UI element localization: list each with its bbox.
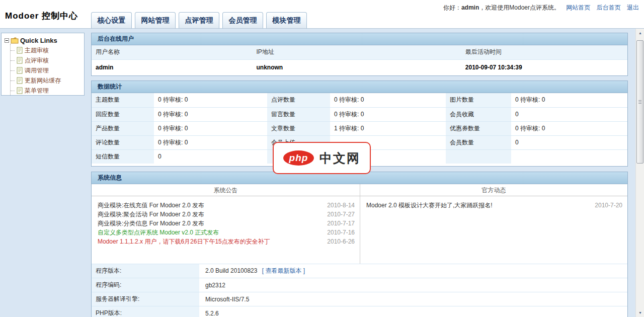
online-users-panel-title: 后台在线用户: [92, 33, 627, 45]
detail-label: 程序版本:: [92, 264, 199, 278]
system-info-panel: 系统信息 系统公告 商业模块:在线充值 For Modoer 2.0 发布 20…: [91, 172, 628, 317]
stat-value: 0 待审核: 0: [154, 135, 267, 149]
stat-value: 0 待审核: 0: [330, 107, 446, 121]
announcement-date: 2010-6-26: [327, 237, 360, 246]
tab-review-management[interactable]: 点评管理: [179, 12, 219, 29]
col-last-active: 最后活动时间: [461, 45, 627, 59]
online-users-table: 用户名称 IP地址 最后活动时间 admin unknown 2010-09-0…: [92, 45, 627, 75]
cell-ip: unknown: [253, 59, 461, 75]
scroll-up-icon[interactable]: ▲: [636, 29, 644, 37]
news-link[interactable]: Modoer 2.0 模板设计大赛开始了,大家踊跃报名!: [360, 201, 493, 210]
table-row: 程序版本: 2.0 Build 20100823 [ 查看最新版本 ]: [92, 264, 627, 278]
stat-value: 0: [154, 149, 267, 164]
document-icon: [17, 57, 23, 64]
link-admin-home[interactable]: 后台首页: [597, 4, 621, 11]
scrollbar-thumb[interactable]: [636, 40, 643, 164]
program-version: 2.0 Build 20100823: [205, 267, 257, 274]
document-icon: [17, 67, 23, 74]
table-row: admin unknown 2010-09-07 10:34:39: [92, 59, 627, 75]
document-icon: [17, 47, 23, 54]
document-icon: [17, 77, 23, 84]
announcements-list: 商业模块:在线充值 For Modoer 2.0 发布 2010-8-14 商业…: [92, 196, 360, 246]
tab-member-management[interactable]: 会员管理: [222, 12, 263, 29]
stat-label: 文章数量: [267, 121, 330, 135]
link-logout[interactable]: 退出: [627, 4, 639, 11]
cell-username: admin: [92, 59, 253, 75]
announcements-column: 系统公告 商业模块:在线充值 For Modoer 2.0 发布 2010-8-…: [92, 184, 360, 264]
stat-label: 主题数量: [92, 93, 154, 107]
detail-value: 5.2.6: [199, 306, 627, 317]
official-news-title: 官方动态: [360, 184, 627, 196]
sidebar-item-comment-review[interactable]: 点评审核: [5, 55, 84, 65]
announcement-link[interactable]: 商业模块:分类信息 For Modoer 2.0 发布: [92, 219, 204, 228]
greeting-bar: 你好：admin，欢迎使用Modoer点评系统。 网站首页 后台首页 退出: [443, 4, 639, 12]
announcement-date: 2010-8-14: [327, 201, 360, 210]
quick-links-sidebar: Quick Links 主题审核 点评审核 调用管理: [1, 33, 85, 96]
online-users-header-row: 用户名称 IP地址 最后活动时间: [92, 45, 627, 59]
sidebar-item-menu-management[interactable]: 菜单管理: [5, 86, 84, 96]
list-item: Modoer 2.0 模板设计大赛开始了,大家踊跃报名! 2010-7-20: [360, 201, 627, 210]
stat-value: 0 待审核: 0: [511, 121, 627, 135]
tab-core-settings[interactable]: 核心设置: [91, 12, 132, 29]
detail-value: gb2312: [199, 278, 627, 292]
detail-value: Microsoft-IIS/7.5: [199, 292, 627, 306]
folder-icon: [11, 37, 19, 44]
sidebar-item-update-cache[interactable]: 更新网站缓存: [5, 75, 84, 86]
list-item: Modoer 1.1,1.2.x 用户，请下载6月26日下午15点发布的安全补丁…: [92, 237, 360, 246]
col-ip: IP地址: [253, 45, 461, 59]
list-item: 商业模块:在线充值 For Modoer 2.0 发布 2010-8-14: [92, 201, 360, 210]
document-icon: [17, 87, 23, 94]
stat-label: 留言数量: [267, 107, 330, 121]
php-cn-watermark: php 中文网: [273, 142, 371, 174]
quick-links-tree: Quick Links 主题审核 点评审核 调用管理: [5, 35, 84, 96]
stat-value: 0: [511, 135, 627, 149]
list-item: 商业模块:聚会活动 For Modoer 2.0 发布 2010-7-27: [92, 210, 360, 219]
check-latest-version-link[interactable]: [ 查看最新版本 ]: [262, 267, 305, 274]
online-users-panel: 后台在线用户 用户名称 IP地址 最后活动时间 admin unknown 20…: [91, 33, 628, 76]
detail-value: 2.0 Build 20100823 [ 查看最新版本 ]: [199, 264, 627, 278]
stat-value: [511, 149, 627, 164]
vertical-scrollbar[interactable]: ▲ ▼: [635, 29, 644, 317]
list-item: 自定义多类型点评系统 Modoer v2.0 正式发布 2010-7-16: [92, 228, 360, 237]
collapse-icon[interactable]: [5, 38, 9, 43]
stat-label: 回应数量: [92, 107, 154, 121]
stat-label: 短信数量: [92, 149, 154, 164]
official-news-list: Modoer 2.0 模板设计大赛开始了,大家踊跃报名! 2010-7-20: [360, 196, 627, 210]
greeting-suffix: ，欢迎使用Modoer点评系统。: [479, 4, 560, 11]
php-logo-icon: php: [283, 150, 314, 166]
link-site-home[interactable]: 网站首页: [566, 4, 590, 11]
tab-site-management[interactable]: 网站管理: [135, 12, 176, 29]
stat-value: 0 待审核: 0: [330, 93, 446, 107]
announcements-title: 系统公告: [92, 184, 360, 196]
stat-label: 评论数量: [92, 135, 154, 149]
stat-label: 会员收藏: [446, 107, 511, 121]
stats-row: 主题数量 0 待审核: 0 点评数量 0 待审核: 0 图片数量 0 待审核: …: [92, 93, 627, 107]
table-row: 程序编码: gb2312: [92, 278, 627, 292]
main-nav-tabs: 核心设置 网站管理 点评管理 会员管理 模块管理: [91, 12, 307, 29]
detail-label: PHP版本:: [92, 306, 199, 317]
top-header: Modoer 控制中心 你好：admin，欢迎使用Modoer点评系统。 网站首…: [0, 0, 644, 29]
stat-label: 点评数量: [267, 93, 330, 107]
announcement-link[interactable]: 商业模块:聚会活动 For Modoer 2.0 发布: [92, 210, 204, 219]
stat-label: [446, 149, 511, 164]
col-username: 用户名称: [92, 45, 253, 59]
official-news-column: 官方动态 Modoer 2.0 模板设计大赛开始了,大家踊跃报名! 2010-7…: [360, 184, 627, 264]
announcement-link[interactable]: 商业模块:在线充值 For Modoer 2.0 发布: [92, 201, 204, 210]
app-title: Modoer 控制中心: [5, 10, 78, 22]
tab-module-management[interactable]: 模块管理: [266, 12, 307, 29]
announcement-date: 2010-7-17: [327, 219, 360, 228]
stat-label: 优惠券数量: [446, 121, 511, 135]
sidebar-item-call-management[interactable]: 调用管理: [5, 65, 84, 75]
detail-label: 服务器解译引擎:: [92, 292, 199, 306]
scroll-down-icon[interactable]: ▼: [636, 308, 644, 317]
announcement-link[interactable]: Modoer 1.1,1.2.x 用户，请下载6月26日下午15点发布的安全补丁: [92, 237, 270, 246]
quick-links-title: Quick Links: [20, 37, 57, 44]
system-info-columns: 系统公告 商业模块:在线充值 For Modoer 2.0 发布 2010-8-…: [92, 184, 627, 264]
tree-root: Quick Links: [5, 35, 84, 45]
detail-label: 程序编码:: [92, 278, 199, 292]
sidebar-item-topic-review[interactable]: 主题审核: [5, 45, 84, 55]
announcement-link[interactable]: 自定义多类型点评系统 Modoer v2.0 正式发布: [92, 228, 219, 237]
stats-row: 产品数量 0 待审核: 0 文章数量 1 待审核: 0 优惠券数量 0 待审核:…: [92, 121, 627, 135]
announcement-date: 2010-7-27: [327, 210, 360, 219]
greeting-username: admin: [461, 4, 479, 11]
